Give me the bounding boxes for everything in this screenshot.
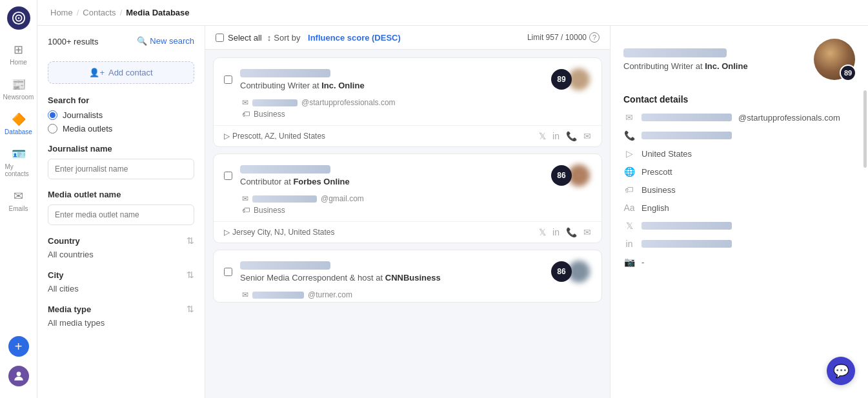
phone-icon-2[interactable]: 📞 [566,227,577,237]
search-icon: 🔍 [137,36,147,46]
contact-card-3: Senior Media Correspondent & host at CNN… [213,250,602,303]
select-all-label[interactable]: Select all [216,33,262,43]
detail-twitter-item: 𝕏 [611,217,868,235]
tag-icon-1: 🏷 [242,110,250,119]
new-search-button[interactable]: 🔍 New search [137,36,194,46]
search-for-label: Search for [48,95,194,105]
detail-tag-item: 🏷 Business [611,181,868,199]
country-label: Country [48,236,80,246]
chat-button[interactable]: 💬 [827,357,855,385]
email-icon-social-2[interactable]: ✉ [583,227,591,237]
nav-item-database[interactable]: 🔶 Database [3,108,35,139]
help-icon[interactable]: ? [589,32,600,43]
detail-phone-blur [641,132,732,139]
card-checkbox-1[interactable] [224,75,232,84]
media-outlets-radio-label[interactable]: Media outlets [48,124,194,134]
detail-linkedin-icon: in [623,239,635,249]
database-icon: 🔶 [12,112,26,126]
card-info-2: Contributor at Forbes Online [240,165,543,186]
journalist-name-input[interactable] [48,159,194,179]
city-value[interactable]: All cities [48,284,194,294]
media-type-label: Media type [48,304,91,314]
email-suffix-3: @turner.com [308,290,352,299]
emails-icon: ✉ [14,189,23,203]
detail-outlet: Inc. Online [705,61,747,71]
chat-icon: 💬 [833,363,849,379]
city-filter: City ⇅ All cities [48,270,194,294]
svg-point-3 [16,372,21,376]
detail-city-icon: 🌐 [623,166,635,177]
email-suffix-2: @gmail.com [321,194,364,203]
select-all-text: Select all [228,33,262,43]
breadcrumb-contacts[interactable]: Contacts [83,8,116,17]
email-icon-social-1[interactable]: ✉ [583,131,591,141]
city-adjust-icon[interactable]: ⇅ [187,270,194,280]
location-text-2: Jersey City, NJ, United States [232,228,335,237]
nav-item-newsroom[interactable]: 📰 Newsroom [3,74,35,104]
media-type-value[interactable]: All media types [48,318,194,328]
scrollbar-thumb[interactable] [863,90,867,168]
add-contact-button[interactable]: 👤+ Add contact [48,61,194,84]
nav-item-emails-label: Emails [8,205,28,212]
country-adjust-icon[interactable]: ⇅ [187,235,194,246]
card-email-row-3: ✉ @turner.com [214,290,601,302]
detail-email-item: ✉ @startupprofessionals.com [611,108,868,126]
twitter-icon-1[interactable]: 𝕏 [539,131,546,141]
breadcrumb-home[interactable]: Home [50,8,73,17]
nav-item-emails[interactable]: ✉ Emails [3,185,35,216]
card-score-area-3: 86 [551,259,591,284]
journalists-radio-label[interactable]: Journalists [48,110,194,120]
detail-header: Contributing Writer at Inc. Online 89 [611,26,868,86]
detail-extra-icon: 📷 [623,257,635,267]
email-icon-3: ✉ [242,290,248,299]
detail-phone-icon: 📞 [623,130,635,141]
media-outlets-radio[interactable] [48,124,57,134]
results-toolbar: Select all ↕ Sort by Influence score (DE… [205,26,610,50]
media-outlet-name-input[interactable] [48,204,194,225]
detail-person: Contributing Writer at Inc. Online [623,48,814,71]
card-checkbox-2[interactable] [224,172,232,180]
score-badge-2: 86 [551,165,572,186]
location-text-1: Prescott, AZ, United States [232,132,325,141]
nav-item-mycontacts[interactable]: 🪪 My contacts [3,143,35,181]
card-score-area-2: 86 [551,163,591,188]
breadcrumb: Home / Contacts / Media Database [37,0,868,26]
journalist-name-label: Journalist name [48,144,194,154]
social-icons-1: 𝕏 in 📞 ✉ [539,131,591,141]
card-checkbox-3[interactable] [224,268,232,276]
card-top-2: Contributor at Forbes Online 86 [214,154,601,194]
breadcrumb-sep2: / [120,8,123,17]
journalists-radio[interactable] [48,110,57,120]
detail-role: Contributing Writer at Inc. Online [623,61,814,71]
scrollbar-track [863,77,867,398]
contact-details-title: Contact details [611,86,868,108]
phone-icon-1[interactable]: 📞 [566,131,577,141]
detail-linkedin-item: in [611,235,868,253]
card-info-3: Senior Media Correspondent & host at CNN… [240,261,543,283]
detail-phone-item: 📞 [611,126,868,144]
media-type-adjust-icon[interactable]: ⇅ [187,304,194,314]
add-button[interactable]: + [8,336,29,357]
city-label: City [48,270,64,280]
home-icon: ⊞ [14,43,23,57]
card-name-blur-3 [240,261,330,270]
detail-city: Prescott [641,167,672,177]
sort-button[interactable]: ↕ Sort by Influence score (DESC) [267,33,401,43]
email-icon-1: ✉ [242,98,248,107]
linkedin-icon-1[interactable]: in [552,131,560,141]
detail-location-icon: ▷ [623,148,635,159]
nav-item-home[interactable]: ⊞ Home [3,39,35,70]
detail-country: United States [641,149,692,159]
twitter-icon-2[interactable]: 𝕏 [539,227,546,237]
card-bottom-2: ▷ Jersey City, NJ, United States 𝕏 in 📞 … [214,221,601,243]
card-score-area-1: 89 [551,67,591,92]
card-email-row-2: ✉ @gmail.com [214,194,601,206]
user-avatar [8,366,29,386]
nav-item-database-label: Database [5,128,32,135]
country-value[interactable]: All countries [48,250,194,259]
add-contact-icon: 👤+ [89,68,105,77]
sort-field: Influence score (DESC) [308,33,401,43]
detail-tag-icon: 🏷 [623,184,635,195]
linkedin-icon-2[interactable]: in [552,227,560,237]
select-all-checkbox[interactable] [216,34,224,42]
